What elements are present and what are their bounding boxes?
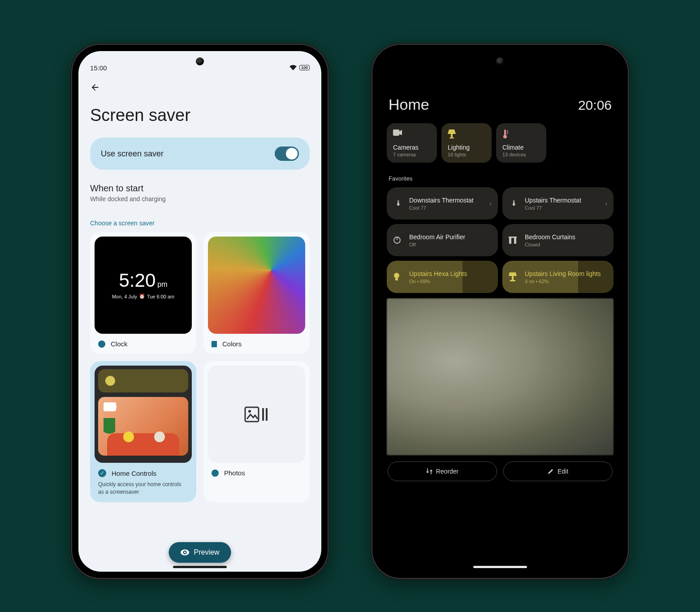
tile-upstairs-thermostat[interactable]: 🌡 Upstairs ThermostatCool 77 › — [502, 187, 614, 220]
chevron-right-icon: › — [605, 200, 607, 207]
radio-selected-icon: ✓ — [98, 469, 106, 477]
camera-icon — [393, 129, 431, 141]
when-heading: When to start — [90, 183, 310, 194]
svg-rect-12 — [509, 237, 517, 238]
svg-rect-18 — [510, 280, 515, 281]
tile-downstairs-thermostat[interactable]: 🌡 Downstairs ThermostatCool 77 › — [387, 187, 498, 220]
home-controls-desc: Quickly access your home controls as a s… — [95, 481, 192, 496]
svg-point-4 — [184, 552, 186, 553]
photos-thumb — [208, 366, 305, 463]
camera-live-preview[interactable] — [387, 298, 614, 455]
svg-rect-13 — [509, 238, 511, 244]
svg-rect-16 — [395, 278, 398, 280]
svg-point-1 — [248, 410, 251, 413]
svg-rect-2 — [262, 408, 264, 421]
saver-option-colors[interactable]: Colors — [203, 232, 310, 354]
svg-rect-11 — [397, 237, 398, 240]
camera-preview-icon — [98, 397, 188, 456]
radio-unselected-icon — [212, 470, 219, 477]
home-title: Home — [389, 96, 429, 113]
svg-rect-6 — [451, 134, 453, 138]
saver-option-home-controls[interactable]: ✓Home Controls Quickly access your home … — [90, 361, 196, 502]
svg-rect-17 — [512, 276, 514, 280]
tile-upstairs-hexa-lights[interactable]: Upstairs Hexa LightsOn • 69% — [387, 261, 498, 293]
home-controls-thumb — [95, 366, 192, 463]
alarm-icon: ⏰ — [139, 293, 145, 299]
status-bar: 15:00 100 — [90, 61, 310, 74]
eye-icon — [181, 549, 190, 556]
tile-bedroom-curtains[interactable]: Bedroom CurtainsClosed — [502, 224, 614, 256]
bulb-icon — [105, 376, 115, 386]
switch-on-icon[interactable] — [275, 147, 299, 161]
preview-button[interactable]: Preview — [169, 542, 231, 563]
phone-left: 15:00 100 Screen saver Use screen saver … — [72, 45, 328, 578]
tile-upstairs-living-room-lights[interactable]: Upstairs Living Room lights3 on • 62% — [502, 261, 614, 293]
wifi-icon — [290, 65, 297, 70]
when-to-start-row[interactable]: When to start While docked and charging — [90, 183, 310, 203]
power-icon — [393, 236, 404, 244]
back-button[interactable] — [90, 82, 310, 92]
svg-rect-14 — [514, 238, 516, 244]
thermometer-icon — [502, 129, 540, 141]
svg-rect-3 — [266, 408, 268, 421]
svg-rect-8 — [504, 129, 506, 135]
svg-rect-5 — [393, 129, 399, 136]
thermometer-icon: 🌡 — [393, 199, 404, 208]
colors-thumb — [208, 237, 305, 334]
use-screensaver-toggle[interactable]: Use screen saver — [90, 138, 310, 170]
pencil-icon — [548, 468, 554, 474]
lamp-icon — [509, 272, 519, 281]
radio-unselected-icon — [98, 340, 105, 348]
category-cameras[interactable]: Cameras 7 cameras — [387, 123, 437, 163]
svg-point-15 — [394, 273, 399, 278]
reorder-button[interactable]: Reorder — [388, 461, 497, 481]
reorder-icon — [426, 468, 432, 474]
when-sub: While docked and charging — [90, 195, 310, 203]
video-icon — [104, 402, 116, 411]
battery-icon: 100 — [299, 65, 310, 70]
category-lighting[interactable]: Lighting 18 lights — [441, 123, 492, 163]
curtain-icon — [509, 237, 519, 244]
saver-option-clock[interactable]: 5:20pm Mon, 4 July ⏰ Tue 6:00 am Clock — [90, 232, 196, 354]
clock-display: 20:06 — [578, 98, 612, 113]
toggle-label: Use screen saver — [101, 149, 164, 159]
gesture-pill[interactable] — [173, 566, 227, 568]
chevron-right-icon: › — [489, 200, 492, 207]
choose-label: Choose a screen saver — [90, 220, 310, 227]
radio-unselected-icon — [212, 341, 217, 347]
edit-button[interactable]: Edit — [503, 461, 613, 481]
gesture-pill[interactable] — [473, 566, 527, 568]
lamp-icon — [448, 129, 485, 141]
saver-option-photos[interactable]: Photos — [203, 361, 310, 502]
svg-rect-7 — [449, 138, 454, 138]
svg-point-9 — [503, 135, 507, 138]
clock-thumb: 5:20pm Mon, 4 July ⏰ Tue 6:00 am — [95, 237, 192, 334]
thermometer-icon: 🌡 — [509, 199, 519, 208]
tile-bedroom-air-purifier[interactable]: Bedroom Air PurifierOff — [387, 224, 498, 256]
status-time: 15:00 — [90, 64, 107, 72]
category-climate[interactable]: Climate 13 devices — [496, 123, 546, 163]
svg-rect-0 — [245, 407, 259, 422]
favorites-label: Favorites — [389, 175, 614, 182]
phone-right: Home 20:06 Cameras 7 cameras Lighting 18… — [372, 45, 628, 578]
bulb-icon — [393, 272, 404, 281]
page-title: Screen saver — [90, 106, 310, 125]
